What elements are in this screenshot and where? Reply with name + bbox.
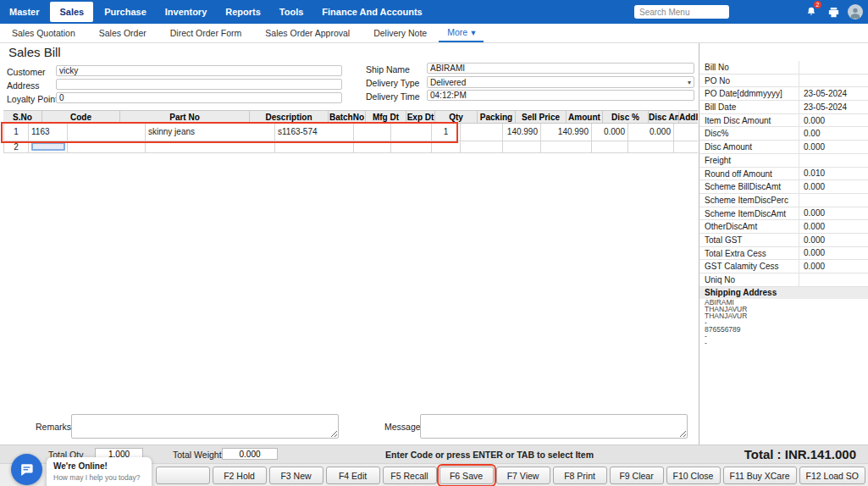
table-row: 2 <box>3 141 698 153</box>
top-nav-item[interactable]: Reports <box>216 0 270 24</box>
message-label: Message <box>384 422 421 432</box>
shipping-address-line: THANJAVUR <box>699 312 868 319</box>
fkey-button[interactable]: F8 Print <box>553 467 607 484</box>
remarks-textarea[interactable] <box>71 414 339 439</box>
panel-field-value[interactable]: 0.000 <box>799 260 868 273</box>
table-header-cell: Part No <box>120 110 250 124</box>
panel-field-value[interactable]: 0.010 <box>799 167 868 179</box>
panel-field-value[interactable]: 0.000 <box>799 141 868 153</box>
panel-field-value[interactable]: 0.000 <box>799 234 868 246</box>
cell-disc-amount: 0.000 <box>628 124 674 141</box>
chevron-down-icon: ▾ <box>688 79 691 86</box>
notifications-button[interactable]: 2 <box>804 4 819 19</box>
panel-field-value[interactable]: 0.00 <box>799 127 868 140</box>
sub-nav-item[interactable]: Sales Order <box>87 24 158 42</box>
panel-field-row: OtherDiscAmt 0.000 <box>699 220 868 234</box>
search-input[interactable] <box>634 5 729 19</box>
panel-field-label: Total GST <box>699 234 799 246</box>
loyalty-point-input[interactable] <box>56 92 342 103</box>
cell-part-no <box>68 141 146 153</box>
cell-addl-tax <box>674 141 698 153</box>
top-nav-item[interactable]: Finance And Accounts <box>312 0 431 24</box>
grand-total: Total : INR.141.000 <box>744 447 856 461</box>
notification-badge: 2 <box>814 1 821 8</box>
fkey-button[interactable]: F4 Edit <box>326 467 380 484</box>
panel-field-value[interactable]: 23-05-2024 <box>799 87 868 100</box>
cell-packing <box>461 124 503 141</box>
panel-field-label: GST Calamity Cess <box>699 260 799 273</box>
panel-field-label: Scheme BillDiscAmt <box>699 180 799 193</box>
delivery-time-input[interactable] <box>427 90 694 101</box>
cell-batch-no: s1163-574 <box>275 124 354 141</box>
panel-field-row: GST Calamity Cess 0.000 <box>699 260 868 273</box>
panel-field-label: Disc% <box>699 127 799 140</box>
top-nav-item[interactable]: Inventory <box>156 0 217 24</box>
table-header-cell: Packing <box>478 110 516 124</box>
panel-field-value[interactable]: 0.000 <box>799 207 868 219</box>
cell-sno: 2 <box>3 141 29 153</box>
total-weight-input[interactable] <box>222 448 278 460</box>
fkey-button[interactable]: F6 Save <box>440 467 494 484</box>
table-header-row: S.NoCodePart NoDescriptionBatchNoMfg DtE… <box>3 110 698 124</box>
table-header-cell: Disc % <box>603 110 649 124</box>
chat-launcher-button[interactable] <box>11 454 42 485</box>
print-button[interactable] <box>826 4 841 19</box>
panel-field-row: Bill Date 23-05-2024 <box>699 101 868 114</box>
panel-field-label: Disc Amount <box>699 141 799 153</box>
shipping-address-lines: ABIRAMITHANJAVURTHANJAVUR-876556789-- <box>699 299 868 346</box>
delivery-time-label: Delivery Time <box>366 91 420 102</box>
fkey-button[interactable]: F9 Clear <box>610 467 664 484</box>
panel-field-value[interactable]: 23-05-2024 <box>799 101 868 113</box>
fkey-button[interactable]: F12 Load SO <box>799 467 865 484</box>
panel-field-value[interactable]: 0.000 <box>799 114 868 127</box>
sub-nav-item[interactable]: Sales Order Approval <box>253 24 362 42</box>
address-input[interactable] <box>56 79 342 90</box>
shipping-address-line: - <box>699 340 868 346</box>
page-title: Sales Bill <box>8 45 61 59</box>
ship-name-input[interactable] <box>427 63 694 74</box>
top-nav-item[interactable]: Sales <box>50 2 93 22</box>
top-nav-item[interactable]: Purchase <box>95 0 156 24</box>
fkey-button[interactable] <box>156 467 210 484</box>
user-avatar[interactable] <box>848 4 863 19</box>
table-header-cell: Description <box>250 110 329 124</box>
panel-field-value[interactable]: 0.000 <box>799 180 868 193</box>
delivery-type-value: Delivered <box>430 78 466 87</box>
table-header-cell: Disc Amount <box>649 110 679 124</box>
delivery-type-select[interactable]: Delivered ▾ <box>427 76 694 88</box>
sub-nav-items: Sales QuotationSales OrderDirect Order F… <box>0 24 439 42</box>
fkey-button[interactable]: F11 Buy XCare <box>723 467 797 484</box>
cell-mfg-dt <box>354 141 391 153</box>
remarks-label: Remarks <box>36 422 71 432</box>
cell-addl-tax <box>674 124 698 141</box>
panel-field-row: Disc Amount 0.000 <box>699 141 868 154</box>
loyalty-point-label: Loyalty Point <box>7 94 58 104</box>
fkey-button[interactable]: F7 View <box>496 467 550 484</box>
sub-nav-item[interactable]: Direct Order Form <box>158 24 254 42</box>
sub-nav-item[interactable]: Sales Quotation <box>0 24 87 42</box>
fkey-button[interactable]: F5 Recall <box>383 467 437 484</box>
chevron-down-icon: ▾ <box>471 24 475 41</box>
cell-exp-dt <box>391 141 432 153</box>
customer-input[interactable] <box>56 65 342 76</box>
table-header-cell: Addl Ta <box>679 110 698 124</box>
sub-nav-more[interactable]: More ▾ <box>439 24 484 42</box>
message-textarea[interactable] <box>420 414 688 439</box>
cell-mfg-dt <box>354 124 391 141</box>
top-nav-item[interactable]: Master <box>0 0 48 24</box>
item-code-input[interactable] <box>31 142 65 151</box>
panel-field-row: Total GST 0.000 <box>699 234 868 247</box>
top-nav-item[interactable]: Tools <box>270 0 313 24</box>
table-header-cell: Mfg Dt <box>366 110 406 124</box>
panel-field-row: Total Extra Cess 0.000 <box>699 247 868 261</box>
fkey-button[interactable]: F3 New <box>269 467 323 484</box>
sub-nav-item[interactable]: Delivery Note <box>362 24 439 42</box>
table-header-cell: Code <box>42 110 120 124</box>
chat-status-popup: We're Online! How may I help you today? <box>47 457 152 486</box>
shipping-address-line: 876556789 <box>699 326 868 333</box>
panel-field-value[interactable]: 0.000 <box>799 220 868 233</box>
cell-description: skinny jeans <box>146 124 275 141</box>
fkey-button[interactable]: F10 Close <box>666 467 721 484</box>
panel-field-value[interactable]: 0.000 <box>799 246 868 259</box>
fkey-button[interactable]: F2 Hold <box>213 467 267 484</box>
